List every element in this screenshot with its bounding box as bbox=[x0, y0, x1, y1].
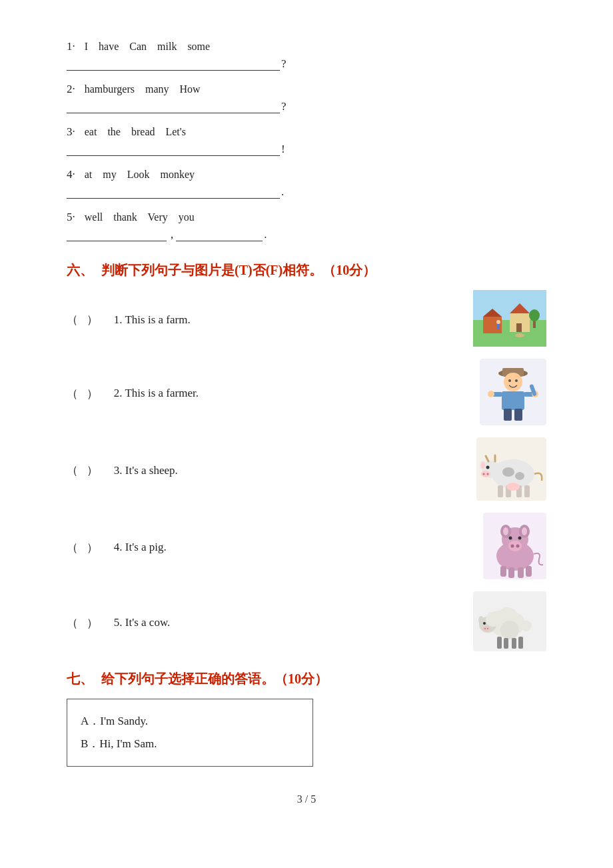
answer-line-3: ! bbox=[67, 141, 546, 156]
answer-line-1: ? bbox=[67, 56, 546, 71]
svg-rect-75 bbox=[512, 638, 516, 649]
answer-options-box: A．I'm Sandy. B．Hi, I'm Sam. bbox=[67, 699, 313, 767]
svg-point-51 bbox=[522, 527, 527, 535]
svg-rect-5 bbox=[516, 323, 522, 332]
svg-point-54 bbox=[508, 541, 522, 551]
punct-1: ? bbox=[281, 57, 287, 71]
svg-point-29 bbox=[502, 467, 514, 477]
section-seven-title: 给下列句子选择正确的答语。（10分） bbox=[101, 670, 328, 688]
svg-point-69 bbox=[482, 626, 490, 631]
words-row-5: 5· well thank Very you bbox=[67, 211, 546, 224]
svg-point-53 bbox=[518, 537, 522, 540]
farmer-image bbox=[480, 359, 546, 428]
svg-point-52 bbox=[509, 537, 512, 540]
svg-point-34 bbox=[486, 466, 490, 469]
svg-point-17 bbox=[508, 379, 511, 382]
svg-point-72 bbox=[478, 616, 484, 624]
svg-point-55 bbox=[511, 545, 514, 548]
svg-point-10 bbox=[515, 333, 524, 337]
bracket-4: （ ） bbox=[67, 540, 98, 555]
judge-list: （ ） 1. This is a farm. bbox=[67, 290, 546, 654]
underline-5a bbox=[67, 227, 167, 241]
svg-point-44 bbox=[506, 483, 520, 491]
words-row-4: 4· at my Look monkey bbox=[67, 168, 546, 181]
svg-point-50 bbox=[503, 527, 508, 535]
section-seven-header: 七、 给下列句子选择正确的答语。（10分） bbox=[67, 670, 546, 688]
word-order-item-3: 3· eat the bread Let's ! bbox=[67, 125, 546, 156]
item-number-5: 5· bbox=[67, 211, 75, 224]
judge-item-1: （ ） 1. This is a farm. bbox=[67, 290, 546, 349]
svg-rect-12 bbox=[497, 324, 500, 329]
svg-rect-57 bbox=[500, 566, 506, 577]
pig-image bbox=[483, 513, 546, 582]
section-six-header: 六、 判断下列句子与图片是(T)否(F)相符。（10分） bbox=[67, 261, 546, 279]
svg-point-33 bbox=[481, 462, 485, 469]
section-six: 六、 判断下列句子与图片是(T)否(F)相符。（10分） （ ） 1. This… bbox=[67, 261, 546, 654]
words-3: eat the bread Let's bbox=[85, 126, 186, 138]
svg-rect-58 bbox=[508, 567, 514, 578]
cow-image bbox=[476, 437, 546, 503]
bracket-3: （ ） bbox=[67, 463, 98, 478]
punct-5: . bbox=[264, 228, 267, 241]
section-five: 1· I have Can milk some ? 2· hamburgers … bbox=[67, 40, 546, 241]
bracket-5: （ ） bbox=[67, 615, 98, 631]
svg-point-36 bbox=[483, 473, 485, 475]
answer-line-2: ? bbox=[67, 99, 546, 113]
item-number-1: 1· bbox=[67, 40, 75, 53]
item-number-2: 2· bbox=[67, 83, 75, 96]
svg-point-70 bbox=[484, 628, 486, 629]
svg-point-22 bbox=[488, 391, 494, 397]
sheep-image bbox=[473, 591, 546, 654]
words-1: I have Can milk some bbox=[85, 41, 210, 53]
answer-line-5: , . bbox=[67, 227, 546, 241]
option-b: B．Hi, I'm Sam. bbox=[81, 733, 299, 755]
judge-text-4: 4. It's a pig. bbox=[114, 541, 167, 554]
word-order-item-5: 5· well thank Very you , . bbox=[67, 211, 546, 241]
words-5: well thank Very you bbox=[85, 211, 195, 223]
section-six-number: 六、 bbox=[67, 261, 93, 279]
svg-rect-76 bbox=[518, 637, 523, 649]
word-order-item-4: 4· at my Look monkey . bbox=[67, 168, 546, 199]
answer-line-4: . bbox=[67, 184, 546, 199]
svg-rect-19 bbox=[502, 391, 524, 410]
svg-point-30 bbox=[515, 472, 524, 480]
item-number-3: 3· bbox=[67, 125, 75, 139]
words-row-3: 3· eat the bread Let's bbox=[67, 125, 546, 139]
section-seven-number: 七、 bbox=[67, 670, 93, 688]
judge-text-5: 5. It's a cow. bbox=[114, 616, 171, 629]
svg-rect-73 bbox=[497, 637, 502, 649]
comma-5: , bbox=[171, 228, 173, 241]
svg-rect-59 bbox=[518, 567, 524, 578]
svg-rect-40 bbox=[498, 485, 503, 497]
words-4: at my Look monkey bbox=[85, 169, 195, 181]
svg-point-37 bbox=[487, 473, 489, 475]
judge-item-4: （ ） 4. It's a pig. bbox=[67, 513, 546, 582]
svg-rect-60 bbox=[526, 566, 532, 577]
judge-text-1: 1. This is a farm. bbox=[114, 313, 191, 327]
word-order-item-1: 1· I have Can milk some ? bbox=[67, 40, 546, 71]
option-a: A．I'm Sandy. bbox=[81, 710, 299, 733]
punct-4: . bbox=[281, 185, 284, 199]
svg-point-11 bbox=[496, 320, 500, 324]
underline-1 bbox=[67, 56, 280, 71]
svg-rect-26 bbox=[514, 409, 522, 421]
judge-item-2: （ ） 2. This is a farmer. bbox=[67, 359, 546, 428]
judge-item-5: （ ） 5. It's a cow. bbox=[67, 591, 546, 654]
svg-rect-43 bbox=[524, 485, 530, 497]
bracket-1: （ ） bbox=[67, 312, 98, 327]
svg-point-68 bbox=[483, 622, 486, 625]
svg-point-16 bbox=[504, 373, 522, 391]
words-row-1: 1· I have Can milk some bbox=[67, 40, 546, 53]
punct-2: ? bbox=[281, 100, 287, 113]
judge-item-3: （ ） 3. It's a sheep. bbox=[67, 437, 546, 503]
svg-rect-25 bbox=[504, 409, 512, 421]
section-six-title: 判断下列句子与图片是(T)否(F)相符。（10分） bbox=[101, 261, 376, 279]
item-number-4: 4· bbox=[67, 168, 75, 181]
bracket-2: （ ） bbox=[67, 386, 98, 401]
page-number: 3 / 5 bbox=[67, 793, 546, 805]
svg-point-9 bbox=[529, 309, 540, 321]
words-2: hamburgers many How bbox=[85, 83, 201, 95]
page-number-text: 3 / 5 bbox=[297, 793, 316, 805]
svg-point-71 bbox=[487, 628, 488, 629]
svg-point-77 bbox=[521, 621, 532, 631]
